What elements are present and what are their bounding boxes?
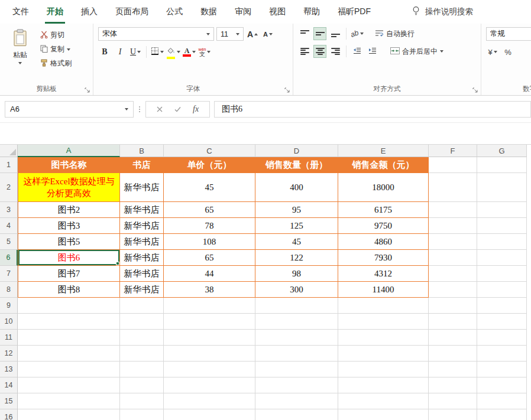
- column-header-C[interactable]: C: [164, 145, 255, 157]
- row-header-8[interactable]: 8: [0, 282, 18, 298]
- cell-C10[interactable]: [164, 314, 255, 330]
- cell-G11[interactable]: [477, 330, 527, 346]
- row-header-15[interactable]: 15: [0, 393, 18, 409]
- align-right-button[interactable]: [329, 45, 342, 58]
- cell-C3[interactable]: 65: [164, 202, 255, 218]
- fill-color-button[interactable]: [166, 45, 180, 58]
- cell-F4[interactable]: [429, 218, 477, 234]
- cell-F12[interactable]: [429, 346, 477, 362]
- cell-G2[interactable]: [477, 173, 527, 202]
- cell-B4[interactable]: 新华书店: [120, 218, 164, 234]
- cell-D11[interactable]: [255, 330, 338, 346]
- cell-E1[interactable]: 销售金额（元）: [338, 157, 429, 173]
- column-header-E[interactable]: E: [338, 145, 429, 157]
- cell-G15[interactable]: [477, 393, 527, 409]
- cell-G10[interactable]: [477, 314, 527, 330]
- cell-D6[interactable]: 122: [255, 250, 338, 266]
- cell-C15[interactable]: [164, 393, 255, 409]
- fill-color-dropdown-icon[interactable]: [177, 51, 180, 53]
- italic-button[interactable]: I: [114, 45, 127, 58]
- cell-G12[interactable]: [477, 346, 527, 362]
- cell-D10[interactable]: [255, 314, 338, 330]
- cell-A12[interactable]: [18, 346, 120, 362]
- formula-bar-splitter[interactable]: [138, 106, 141, 112]
- column-header-A[interactable]: A: [18, 145, 120, 157]
- column-header-F[interactable]: F: [429, 145, 477, 157]
- cell-G8[interactable]: [477, 282, 527, 298]
- cell-B5[interactable]: 新华书店: [120, 234, 164, 250]
- cell-E11[interactable]: [338, 330, 429, 346]
- tab-home[interactable]: 开始: [38, 0, 72, 24]
- font-size-select[interactable]: 11: [216, 27, 244, 41]
- cell-C16[interactable]: [164, 409, 255, 420]
- font-dialog-launcher-icon[interactable]: [284, 87, 290, 93]
- cell-D16[interactable]: [255, 409, 338, 420]
- cut-button[interactable]: 剪切: [40, 30, 72, 40]
- decrease-font-size-button[interactable]: A: [261, 28, 274, 41]
- phonetic-guide-button[interactable]: wén 文: [198, 45, 211, 58]
- tab-view[interactable]: 视图: [260, 0, 294, 24]
- merge-center-button[interactable]: 合并后居中: [387, 45, 446, 58]
- tab-data[interactable]: 数据: [192, 0, 226, 24]
- cancel-icon[interactable]: [157, 104, 163, 115]
- number-format-select[interactable]: 常规: [486, 27, 531, 41]
- accounting-format-button[interactable]: ¥: [486, 45, 499, 58]
- cell-A8[interactable]: 图书8: [18, 282, 120, 298]
- paste-dropdown-icon[interactable]: [18, 62, 22, 64]
- font-size-dropdown-icon[interactable]: [236, 33, 239, 35]
- tab-formulas[interactable]: 公式: [157, 0, 192, 24]
- cell-A9[interactable]: [18, 298, 120, 314]
- enter-icon[interactable]: [174, 104, 181, 115]
- cell-B3[interactable]: 新华书店: [120, 202, 164, 218]
- font-color-dropdown-icon[interactable]: [192, 51, 196, 53]
- column-header-D[interactable]: D: [255, 145, 338, 157]
- align-center-button[interactable]: [313, 45, 326, 58]
- tab-foxit-pdf[interactable]: 福昕PDF: [329, 0, 380, 24]
- clipboard-dialog-launcher-icon[interactable]: [84, 87, 90, 93]
- cell-E9[interactable]: [338, 298, 429, 314]
- cell-A3[interactable]: 图书2: [18, 202, 120, 218]
- formula-input[interactable]: 图书6: [214, 101, 531, 118]
- cell-E3[interactable]: 6175: [338, 202, 429, 218]
- column-header-B[interactable]: B: [120, 145, 164, 157]
- copy-dropdown-icon[interactable]: [67, 48, 70, 51]
- cell-D3[interactable]: 95: [255, 202, 338, 218]
- cell-C8[interactable]: 38: [164, 282, 255, 298]
- cell-C1[interactable]: 单价（元）: [164, 157, 255, 173]
- increase-font-size-button[interactable]: A: [246, 28, 259, 41]
- row-header-16[interactable]: 16: [0, 409, 18, 420]
- copy-button[interactable]: 复制: [40, 44, 72, 54]
- underline-dropdown-icon[interactable]: [137, 51, 141, 53]
- row-header-11[interactable]: 11: [0, 330, 18, 346]
- column-header-G[interactable]: G: [477, 145, 527, 157]
- orientation-dropdown-icon[interactable]: [360, 32, 364, 35]
- font-color-button[interactable]: A: [183, 45, 196, 58]
- cell-A5[interactable]: 图书5: [18, 234, 120, 250]
- tab-insert[interactable]: 插入: [72, 0, 106, 24]
- cell-B7[interactable]: 新华书店: [120, 266, 164, 282]
- borders-button[interactable]: [151, 45, 164, 58]
- cell-G16[interactable]: [477, 409, 527, 420]
- insert-function-icon[interactable]: fx: [193, 105, 199, 114]
- row-header-12[interactable]: 12: [0, 346, 18, 362]
- row-header-14[interactable]: 14: [0, 377, 18, 393]
- cell-A4[interactable]: 图书3: [18, 218, 120, 234]
- cell-E2[interactable]: 18000: [338, 173, 429, 202]
- cell-E4[interactable]: 9750: [338, 218, 429, 234]
- underline-button[interactable]: U: [129, 45, 142, 58]
- row-header-5[interactable]: 5: [0, 234, 18, 250]
- cell-A14[interactable]: [18, 377, 120, 393]
- cell-F13[interactable]: [429, 362, 477, 377]
- cell-B10[interactable]: [120, 314, 164, 330]
- cell-E5[interactable]: 4860: [338, 234, 429, 250]
- cell-A2[interactable]: 这样学Excel数据处理与分析更高效: [18, 173, 120, 202]
- cell-G1[interactable]: [477, 157, 527, 173]
- row-header-2[interactable]: 2: [0, 173, 18, 202]
- cell-A7[interactable]: 图书7: [18, 266, 120, 282]
- increase-indent-button[interactable]: [366, 45, 379, 58]
- cell-F2[interactable]: [429, 173, 477, 202]
- cell-E7[interactable]: 4312: [338, 266, 429, 282]
- cell-E12[interactable]: [338, 346, 429, 362]
- name-box-dropdown-icon[interactable]: [125, 108, 128, 110]
- row-header-1[interactable]: 1: [0, 157, 18, 173]
